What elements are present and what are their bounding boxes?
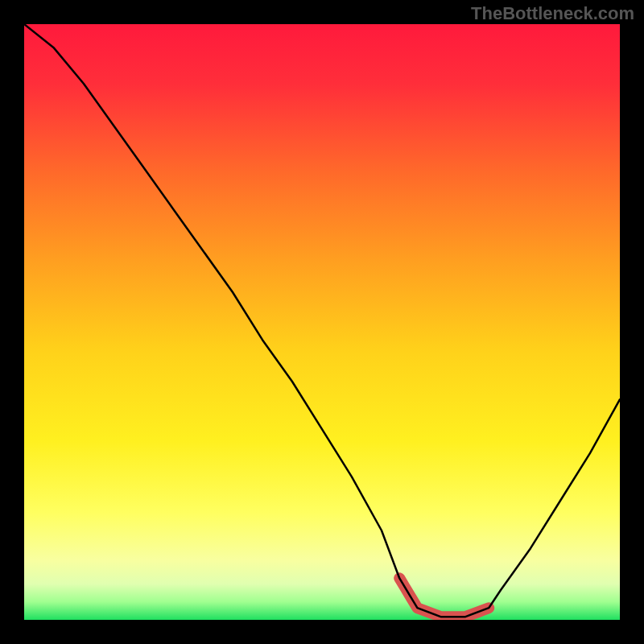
- watermark-text: TheBottleneck.com: [471, 3, 634, 24]
- gradient-background: [24, 24, 620, 620]
- plot-area: [24, 24, 620, 620]
- chart-container: TheBottleneck.com: [0, 0, 644, 644]
- bottleneck-chart: [24, 24, 620, 620]
